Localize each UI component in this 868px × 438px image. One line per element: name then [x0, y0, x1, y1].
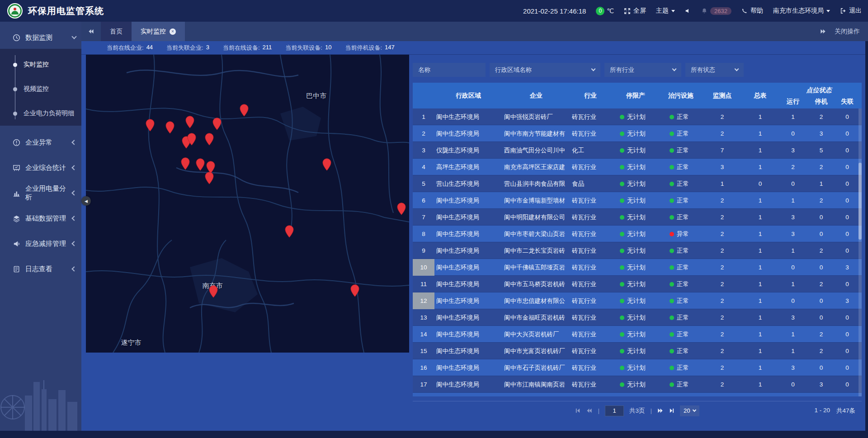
prev-page-button[interactable]: [586, 408, 592, 414]
table-row[interactable]: 11阆中生态环境局阆中市五马桥页岩机砖砖瓦行业无计划正常21120: [413, 276, 862, 292]
map-pin[interactable]: [196, 158, 205, 171]
table-row[interactable]: 18南部生态环境局南部县砌华山河有限公建材加工无计划正常21030: [413, 393, 862, 396]
cell-facility-status: 正常: [660, 280, 701, 288]
industry-filter-select[interactable]: 所有行业: [604, 63, 681, 77]
map-pin[interactable]: [181, 157, 190, 170]
sidebar-subitem-video-monitor[interactable]: 视频监控: [0, 77, 81, 101]
header-lost: 失联: [834, 98, 861, 106]
table-row[interactable]: 15阆中生态环境局阆中市光富页岩机砖厂砖瓦行业无计划正常21120: [413, 343, 862, 359]
map-pin[interactable]: [187, 133, 196, 146]
cell-stop-status: 无计划: [611, 280, 660, 288]
sidebar-subitem-realtime-monitor[interactable]: 实时监控: [0, 52, 81, 77]
cell-index: 2: [413, 125, 434, 142]
cell-index: 12: [413, 292, 434, 309]
sidebar-item-enterprise-abnormal[interactable]: 企业异常: [0, 131, 81, 154]
cell-run-count: 1: [777, 331, 809, 338]
notifications[interactable]: 2632: [701, 7, 731, 15]
status-dot-icon: [620, 165, 624, 170]
cell-region: 阆中生态环境局: [434, 280, 502, 288]
sidebar-item-base-data[interactable]: 基础数据管理: [0, 207, 81, 230]
tabs-scroll-right-button[interactable]: [813, 22, 833, 41]
cell-region: 阆中生态环境局: [434, 264, 502, 272]
table-row[interactable]: 16阆中生态环境局阆中市石子页岩机砖厂砖瓦行业无计划正常21300: [413, 359, 862, 376]
status-dot-icon: [670, 366, 674, 370]
location-pin-icon: [205, 133, 214, 146]
cell-company: 阆中市忠信建材有限公: [502, 297, 570, 305]
table-row[interactable]: 9阆中生态环境局阆中市二龙长宝页岩砖砖瓦行业无计划正常21120: [413, 242, 862, 259]
sidebar-item-log-view[interactable]: 日志查看: [0, 258, 81, 280]
sidebar-subitem-power-load-detail[interactable]: 企业电力负荷明细: [0, 101, 81, 126]
cell-facility-status: 异常: [660, 230, 701, 238]
sidebar-subitem-label: 企业电力负荷明细: [24, 109, 74, 118]
logout-button[interactable]: 退出: [840, 7, 862, 15]
table-row[interactable]: 4高坪生态环境局南充市高坪区王家店建砖瓦行业无计划正常31220: [413, 159, 862, 175]
cell-stop-status: 无计划: [611, 330, 660, 339]
table-row[interactable]: 5营山生态环境局营山县润丰肉食品有限食品无计划正常10010: [413, 175, 862, 192]
cell-facility-status: 正常: [660, 381, 701, 389]
name-filter-input[interactable]: [413, 63, 486, 77]
cell-industry: 砖瓦行业: [570, 297, 611, 305]
tab-home[interactable]: 首页: [101, 22, 132, 41]
sidebar-item-power-analysis[interactable]: 企业用电量分析: [0, 182, 81, 204]
fullscreen-button[interactable]: 全屏: [624, 7, 646, 15]
sound-toggle[interactable]: [685, 8, 691, 14]
cell-halt-count: 0: [809, 314, 834, 321]
map-pin[interactable]: [165, 121, 175, 134]
map-pin[interactable]: [205, 133, 214, 146]
table-row[interactable]: 12阆中生态环境局阆中市忠信建材有限公砖瓦行业无计划正常21003: [413, 292, 862, 309]
sidebar-item-emergency-reduction[interactable]: 应急减排管理: [0, 232, 81, 255]
status-dot-icon: [620, 282, 624, 287]
table-row[interactable]: 7阆中生态环境局阆中明阳建材有限公司砖瓦行业无计划正常21300: [413, 209, 862, 226]
map-pin[interactable]: [322, 158, 331, 171]
map-pin[interactable]: [146, 119, 155, 132]
theme-dropdown[interactable]: 主题: [656, 7, 675, 15]
status-dot-icon: [620, 249, 624, 253]
tab-realtime-monitor[interactable]: 实时监控 ×: [132, 22, 185, 41]
cell-facility-status: 正常: [660, 213, 701, 221]
sidebar-item-data-monitor[interactable]: 数据监测: [0, 26, 81, 49]
table-row[interactable]: 3仪陇生态环境局西南油气田分公司川中化工无计划正常71350: [413, 142, 862, 159]
table-row[interactable]: 10阆中生态环境局阆中千佛镇五郎垭页岩砖瓦行业无计划正常21003: [413, 259, 862, 276]
map-pin[interactable]: [397, 203, 406, 215]
page-number-input[interactable]: [605, 405, 624, 416]
map-pin[interactable]: [240, 104, 249, 117]
map-pin[interactable]: [185, 116, 194, 128]
region-filter-select[interactable]: 行政区域名称: [490, 63, 600, 77]
table-row[interactable]: 14阆中生态环境局阆中大兴页岩机砖厂砖瓦行业无计划正常21120: [413, 326, 862, 343]
tabs-scroll-left-button[interactable]: [81, 22, 101, 41]
megaphone-icon: [12, 239, 21, 248]
map-pin[interactable]: [350, 284, 359, 297]
next-page-button[interactable]: [657, 408, 663, 414]
chevron-left-icon: [71, 266, 76, 271]
page-size-select[interactable]: 20: [680, 405, 699, 416]
map-pin[interactable]: [205, 172, 214, 184]
first-page-button[interactable]: [575, 408, 581, 414]
cell-index: 18: [413, 393, 434, 396]
cell-industry: 砖瓦行业: [570, 213, 611, 221]
map-pin[interactable]: [212, 118, 222, 130]
close-operations-button[interactable]: 关闭操作: [833, 22, 868, 41]
cell-industry: 砖瓦行业: [570, 130, 611, 138]
org-dropdown[interactable]: 南充市生态环境局: [773, 7, 830, 15]
chevron-down-icon: [692, 408, 696, 411]
map[interactable]: 巴中市南充市遂宁市 ◀: [86, 55, 409, 353]
status-filter-select[interactable]: 所有状态: [685, 63, 744, 77]
map-city-label: 巴中市: [306, 91, 326, 100]
map-pin[interactable]: [209, 285, 218, 298]
help-button[interactable]: 帮助: [741, 7, 763, 15]
table-row[interactable]: 13阆中生态环境局阆中市金福旺页岩机砖砖瓦行业无计划正常21300: [413, 309, 862, 326]
last-page-button[interactable]: [669, 408, 675, 414]
sidebar-item-enterprise-stats[interactable]: 企业综合统计: [0, 156, 81, 179]
tab-close-icon[interactable]: ×: [170, 28, 176, 35]
map-pin[interactable]: [285, 225, 294, 238]
cell-run-count: 3: [777, 364, 809, 371]
table-scrollbar[interactable]: [859, 108, 862, 396]
table-row[interactable]: 2阆中生态环境局阆中市南方节能建材有砖瓦行业无计划正常21030: [413, 125, 862, 142]
table-row[interactable]: 1阆中生态环境局阆中强锐页岩砖厂砖瓦行业无计划正常21120: [413, 108, 862, 125]
table-row[interactable]: 6阆中生态环境局阆中市金博瑞新型墙材砖瓦行业无计划正常21120: [413, 192, 862, 209]
table-row[interactable]: 8阆中生态环境局阆中市枣碧大梁山页岩砖瓦行业无计划异常21300: [413, 226, 862, 242]
sidebar-collapse-button[interactable]: ◀: [81, 196, 91, 206]
table-row[interactable]: 17阆中生态环境局阆中市江南镇阆南页岩砖瓦行业无计划正常21030: [413, 376, 862, 393]
cell-facility-status: 正常: [660, 197, 701, 205]
temperature-badge: 0: [596, 7, 604, 15]
